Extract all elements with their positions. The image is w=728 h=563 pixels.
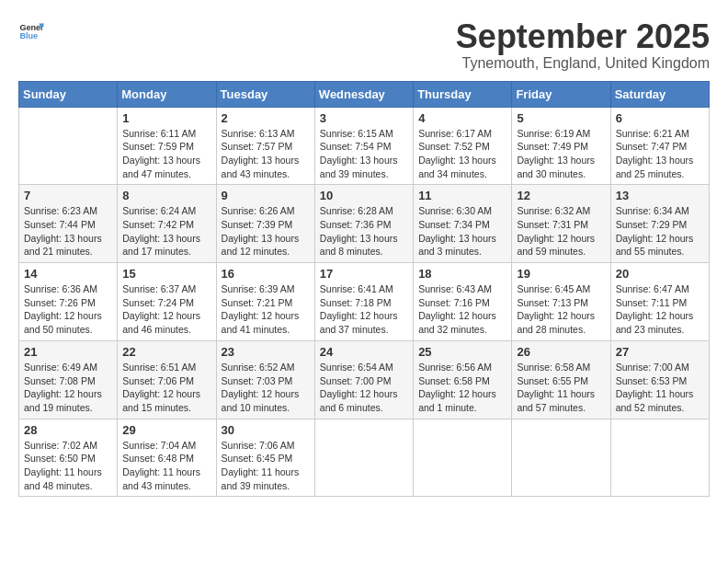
day-info: Sunrise: 6:54 AM Sunset: 7:00 PM Dayligh…	[320, 361, 408, 415]
calendar-cell: 16Sunrise: 6:39 AM Sunset: 7:21 PM Dayli…	[216, 263, 314, 341]
calendar-cell	[610, 419, 709, 497]
calendar-cell: 30Sunrise: 7:06 AM Sunset: 6:45 PM Dayli…	[216, 419, 314, 497]
calendar-cell: 2Sunrise: 6:13 AM Sunset: 7:57 PM Daylig…	[216, 107, 314, 185]
day-info: Sunrise: 6:26 AM Sunset: 7:39 PM Dayligh…	[222, 204, 310, 259]
day-number: 30	[222, 423, 310, 437]
calendar-cell: 25Sunrise: 6:56 AM Sunset: 6:58 PM Dayli…	[414, 340, 512, 419]
svg-text:Blue: Blue	[19, 31, 38, 40]
day-number: 13	[616, 189, 704, 202]
day-number: 24	[320, 345, 408, 359]
calendar-cell: 9Sunrise: 6:26 AM Sunset: 7:39 PM Daylig…	[216, 185, 314, 263]
calendar-week-row: 21Sunrise: 6:49 AM Sunset: 7:08 PM Dayli…	[19, 340, 710, 419]
day-number: 3	[320, 111, 408, 125]
day-info: Sunrise: 6:36 AM Sunset: 7:26 PM Dayligh…	[24, 282, 112, 337]
day-number: 22	[122, 345, 210, 359]
day-info: Sunrise: 6:47 AM Sunset: 7:11 PM Dayligh…	[616, 282, 704, 337]
calendar-cell: 10Sunrise: 6:28 AM Sunset: 7:36 PM Dayli…	[314, 185, 413, 263]
day-number: 25	[418, 345, 506, 359]
day-info: Sunrise: 6:37 AM Sunset: 7:24 PM Dayligh…	[122, 282, 210, 337]
day-info: Sunrise: 6:11 AM Sunset: 7:59 PM Dayligh…	[122, 127, 210, 181]
day-number: 11	[418, 189, 506, 202]
day-info: Sunrise: 7:00 AM Sunset: 6:53 PM Dayligh…	[616, 361, 704, 415]
calendar-week-row: 14Sunrise: 6:36 AM Sunset: 7:26 PM Dayli…	[19, 263, 710, 341]
day-number: 6	[616, 111, 704, 125]
calendar-cell	[19, 107, 118, 185]
day-number: 8	[122, 189, 210, 202]
calendar-cell	[414, 419, 512, 497]
day-info: Sunrise: 6:34 AM Sunset: 7:29 PM Dayligh…	[616, 204, 704, 259]
col-header-tuesday: Tuesday	[216, 81, 314, 107]
day-info: Sunrise: 6:24 AM Sunset: 7:42 PM Dayligh…	[122, 204, 210, 259]
calendar-cell: 22Sunrise: 6:51 AM Sunset: 7:06 PM Dayli…	[118, 340, 216, 419]
calendar-cell: 15Sunrise: 6:37 AM Sunset: 7:24 PM Dayli…	[118, 263, 216, 341]
calendar-cell: 28Sunrise: 7:02 AM Sunset: 6:50 PM Dayli…	[19, 419, 118, 497]
day-info: Sunrise: 6:58 AM Sunset: 6:55 PM Dayligh…	[517, 361, 605, 415]
day-number: 9	[222, 189, 310, 202]
day-number: 16	[222, 267, 310, 281]
day-number: 4	[418, 111, 506, 125]
col-header-sunday: Sunday	[19, 81, 118, 107]
day-info: Sunrise: 6:28 AM Sunset: 7:36 PM Dayligh…	[320, 204, 408, 259]
calendar-cell: 27Sunrise: 7:00 AM Sunset: 6:53 PM Dayli…	[610, 340, 709, 419]
month-title: September 2025	[456, 18, 710, 55]
title-block: September 2025 Tynemouth, England, Unite…	[456, 18, 710, 72]
day-info: Sunrise: 6:30 AM Sunset: 7:34 PM Dayligh…	[418, 204, 506, 259]
day-number: 15	[122, 267, 210, 281]
calendar-cell: 5Sunrise: 6:19 AM Sunset: 7:49 PM Daylig…	[512, 107, 610, 185]
day-info: Sunrise: 6:21 AM Sunset: 7:47 PM Dayligh…	[616, 127, 704, 181]
day-number: 26	[517, 345, 605, 359]
day-info: Sunrise: 7:04 AM Sunset: 6:48 PM Dayligh…	[122, 439, 210, 493]
calendar-cell: 20Sunrise: 6:47 AM Sunset: 7:11 PM Dayli…	[610, 263, 709, 341]
day-info: Sunrise: 6:15 AM Sunset: 7:54 PM Dayligh…	[320, 127, 408, 181]
calendar-cell: 11Sunrise: 6:30 AM Sunset: 7:34 PM Dayli…	[414, 185, 512, 263]
calendar-cell: 18Sunrise: 6:43 AM Sunset: 7:16 PM Dayli…	[414, 263, 512, 341]
logo-icon: General Blue	[18, 18, 44, 44]
day-number: 29	[122, 423, 210, 437]
col-header-friday: Friday	[512, 81, 610, 107]
calendar-week-row: 7Sunrise: 6:23 AM Sunset: 7:44 PM Daylig…	[19, 185, 710, 263]
day-info: Sunrise: 6:56 AM Sunset: 6:58 PM Dayligh…	[418, 361, 506, 415]
calendar-cell: 13Sunrise: 6:34 AM Sunset: 7:29 PM Dayli…	[610, 185, 709, 263]
day-number: 19	[517, 267, 605, 281]
calendar-cell: 6Sunrise: 6:21 AM Sunset: 7:47 PM Daylig…	[610, 107, 709, 185]
day-number: 7	[24, 189, 112, 202]
day-info: Sunrise: 7:06 AM Sunset: 6:45 PM Dayligh…	[222, 439, 310, 493]
day-number: 5	[517, 111, 605, 125]
day-info: Sunrise: 6:51 AM Sunset: 7:06 PM Dayligh…	[122, 361, 210, 415]
day-info: Sunrise: 6:49 AM Sunset: 7:08 PM Dayligh…	[24, 361, 112, 415]
day-info: Sunrise: 6:52 AM Sunset: 7:03 PM Dayligh…	[222, 361, 310, 415]
calendar-cell: 21Sunrise: 6:49 AM Sunset: 7:08 PM Dayli…	[19, 340, 118, 419]
day-number: 21	[24, 345, 112, 359]
header-row: SundayMondayTuesdayWednesdayThursdayFrid…	[19, 81, 710, 107]
day-number: 23	[222, 345, 310, 359]
day-number: 18	[418, 267, 506, 281]
calendar-cell: 3Sunrise: 6:15 AM Sunset: 7:54 PM Daylig…	[314, 107, 413, 185]
col-header-monday: Monday	[118, 81, 216, 107]
col-header-saturday: Saturday	[610, 81, 709, 107]
col-header-thursday: Thursday	[414, 81, 512, 107]
calendar-week-row: 1Sunrise: 6:11 AM Sunset: 7:59 PM Daylig…	[19, 107, 710, 185]
day-number: 12	[517, 189, 605, 202]
day-info: Sunrise: 6:41 AM Sunset: 7:18 PM Dayligh…	[320, 282, 408, 337]
day-info: Sunrise: 6:43 AM Sunset: 7:16 PM Dayligh…	[418, 282, 506, 337]
day-number: 1	[122, 111, 210, 125]
day-info: Sunrise: 6:19 AM Sunset: 7:49 PM Dayligh…	[517, 127, 605, 181]
calendar-cell: 24Sunrise: 6:54 AM Sunset: 7:00 PM Dayli…	[314, 340, 413, 419]
day-number: 27	[616, 345, 704, 359]
calendar-cell: 23Sunrise: 6:52 AM Sunset: 7:03 PM Dayli…	[216, 340, 314, 419]
day-info: Sunrise: 6:17 AM Sunset: 7:52 PM Dayligh…	[418, 127, 506, 181]
day-info: Sunrise: 6:45 AM Sunset: 7:13 PM Dayligh…	[517, 282, 605, 337]
day-info: Sunrise: 6:32 AM Sunset: 7:31 PM Dayligh…	[517, 204, 605, 259]
day-number: 10	[320, 189, 408, 202]
calendar-cell: 12Sunrise: 6:32 AM Sunset: 7:31 PM Dayli…	[512, 185, 610, 263]
col-header-wednesday: Wednesday	[314, 81, 413, 107]
calendar-cell: 19Sunrise: 6:45 AM Sunset: 7:13 PM Dayli…	[512, 263, 610, 341]
day-number: 14	[24, 267, 112, 281]
calendar-week-row: 28Sunrise: 7:02 AM Sunset: 6:50 PM Dayli…	[19, 419, 710, 497]
calendar-cell	[512, 419, 610, 497]
calendar-cell: 17Sunrise: 6:41 AM Sunset: 7:18 PM Dayli…	[314, 263, 413, 341]
day-info: Sunrise: 6:23 AM Sunset: 7:44 PM Dayligh…	[24, 204, 112, 259]
page-header: General Blue September 2025 Tynemouth, E…	[18, 18, 710, 72]
calendar-table: SundayMondayTuesdayWednesdayThursdayFrid…	[18, 81, 710, 498]
day-info: Sunrise: 7:02 AM Sunset: 6:50 PM Dayligh…	[24, 439, 112, 493]
